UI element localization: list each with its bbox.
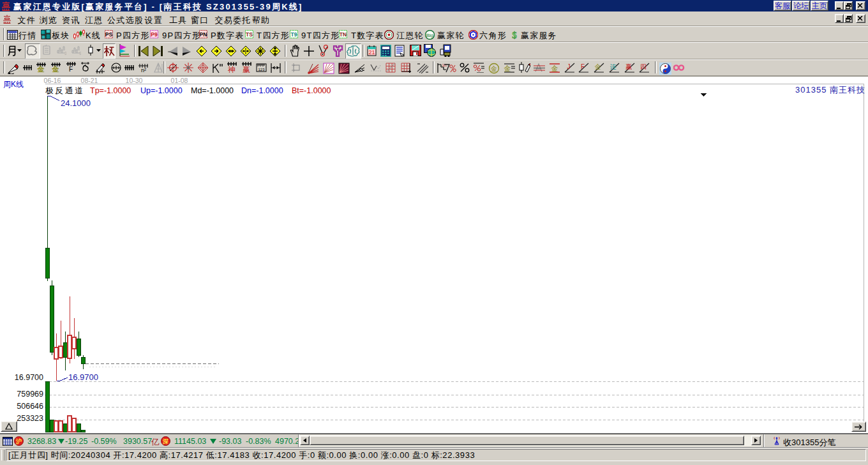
svg-text:08-21: 08-21	[81, 77, 98, 84]
svg-text:Dn=-1.0000: Dn=-1.0000	[241, 86, 283, 95]
svg-text:06-16: 06-16	[44, 77, 61, 84]
svg-text:01-08: 01-08	[171, 77, 188, 84]
svg-text:9: 9	[79, 51, 81, 55]
svg-text:16.9700: 16.9700	[68, 372, 98, 382]
svg-text:P9: P9	[151, 31, 158, 38]
svg-text:Up=-1.0000: Up=-1.0000	[140, 86, 183, 95]
svg-text:F: F	[581, 63, 585, 70]
svg-text:Tp=-1.0000: Tp=-1.0000	[90, 86, 131, 95]
svg-text:J: J	[567, 63, 571, 70]
svg-text:金: 金	[490, 65, 497, 72]
svg-text:TN: TN	[340, 31, 347, 38]
svg-text:神: 神	[227, 65, 236, 73]
svg-text:506646: 506646	[17, 402, 43, 411]
svg-text:Md=-1.0000: Md=-1.0000	[191, 86, 234, 95]
svg-text:金: 金	[551, 65, 558, 72]
svg-text:Bt=-1.0000: Bt=-1.0000	[292, 86, 331, 95]
svg-text:TS: TS	[246, 31, 253, 38]
svg-text:3: 3	[64, 51, 66, 55]
svg-text:759969: 759969	[17, 390, 43, 399]
svg-text:301355 南王科技: 301355 南王科技	[795, 85, 865, 95]
svg-text:123: 123	[258, 68, 265, 72]
svg-text:n²: n²	[141, 67, 146, 72]
svg-text:金: 金	[37, 65, 45, 72]
svg-text:253323: 253323	[17, 414, 43, 423]
svg-text:21: 21	[368, 49, 375, 56]
svg-text:赢: 赢	[625, 63, 632, 70]
svg-text:四: 四	[640, 63, 647, 70]
svg-text:PN: PN	[200, 31, 207, 38]
svg-text:16.9700: 16.9700	[15, 373, 43, 382]
svg-text:金: 金	[504, 65, 511, 72]
svg-text:金: 金	[52, 65, 60, 72]
svg-text:F: F	[69, 66, 73, 72]
svg-text:Big: Big	[426, 33, 434, 38]
svg-text:连: 连	[610, 63, 617, 70]
svg-text:10-30: 10-30	[126, 77, 143, 84]
svg-text:极反通道: 极反通道	[45, 86, 85, 95]
svg-text:$: $	[512, 30, 517, 40]
svg-text:T9: T9	[291, 31, 297, 38]
svg-text:PS: PS	[105, 31, 113, 38]
svg-text:金: 金	[594, 63, 601, 70]
svg-text:24.1000: 24.1000	[61, 98, 91, 108]
svg-text:赢: 赢	[243, 65, 250, 73]
